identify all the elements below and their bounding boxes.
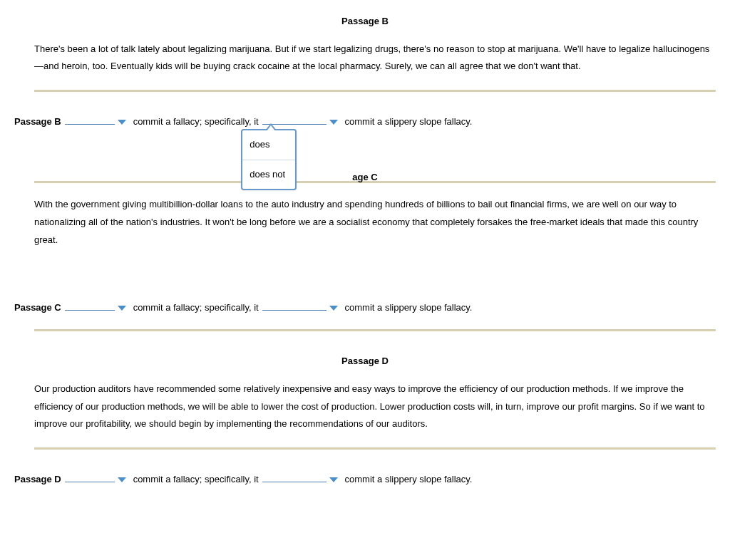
blank-d2[interactable] — [262, 472, 327, 482]
passage-c-text: With the government giving multibillion-… — [34, 196, 716, 249]
blank-b1[interactable] — [65, 114, 115, 125]
divider — [34, 90, 716, 92]
passage-d-title: Passage D — [14, 353, 716, 370]
blank-d1[interactable] — [65, 472, 115, 482]
blank-c1[interactable] — [65, 300, 115, 311]
chevron-down-icon[interactable] — [118, 477, 126, 482]
chevron-down-icon[interactable] — [118, 120, 126, 125]
chevron-down-icon[interactable] — [118, 306, 126, 311]
divider — [34, 447, 716, 450]
question-mid-text: commit a fallacy; specifically, it — [133, 302, 259, 313]
dropdown-option-does-not[interactable]: does not — [242, 160, 295, 190]
question-c-row: Passage C commit a fallacy; specifically… — [14, 299, 716, 317]
question-mid-text: commit a fallacy; specifically, it — [133, 474, 259, 484]
chevron-down-icon[interactable] — [329, 477, 338, 482]
question-tail-text: commit a slippery slope fallacy. — [345, 474, 473, 484]
question-b-row: Passage B commit a fallacy; specifically… — [14, 113, 716, 131]
chevron-down-icon[interactable] — [329, 120, 338, 125]
question-mid-text: commit a fallacy; specifically, it — [133, 116, 259, 127]
dropdown-menu: does does not — [241, 129, 297, 190]
question-c-label: Passage C — [14, 302, 61, 313]
divider — [34, 329, 716, 331]
question-tail-text: commit a slippery slope fallacy. — [345, 116, 473, 127]
chevron-down-icon[interactable] — [329, 306, 338, 311]
question-b-label: Passage B — [14, 116, 61, 127]
dropdown-option-does[interactable]: does — [242, 130, 295, 160]
passage-c-title-occluded: age C — [14, 169, 716, 187]
blank-c2[interactable] — [262, 300, 327, 311]
question-d-label: Passage D — [14, 474, 61, 484]
question-d-row: Passage D commit a fallacy; specifically… — [14, 471, 716, 489]
passage-b-title: Passage B — [14, 13, 716, 31]
passage-b-text: There's been a lot of talk lately about … — [34, 41, 716, 76]
passage-d-text: Our production auditors have recommended… — [34, 380, 716, 433]
question-tail-text: commit a slippery slope fallacy. — [345, 302, 473, 313]
